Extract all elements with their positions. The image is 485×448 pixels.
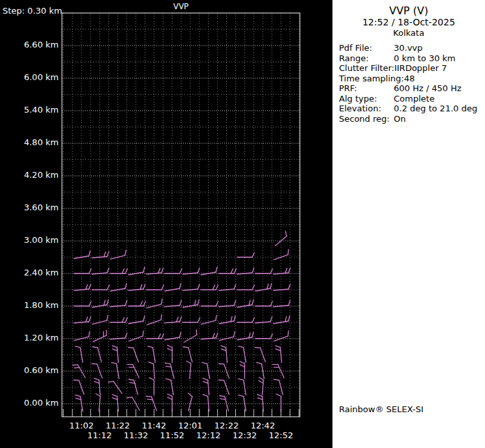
wind-barb xyxy=(168,345,172,362)
panel-site: Kolkata xyxy=(332,28,485,38)
wind-barb xyxy=(274,300,291,307)
y-tick-label: 2.40 km xyxy=(0,268,59,277)
field-row: Second reg:On xyxy=(339,114,484,124)
y-tick-label: 4.20 km xyxy=(0,171,59,180)
wind-barb xyxy=(128,284,145,290)
wind-barb xyxy=(259,378,263,395)
wind-barb xyxy=(92,285,109,290)
y-tick-label: 6.00 km xyxy=(0,73,59,82)
field-row: Clutter Filter:IIRDoppler 7 xyxy=(339,63,484,74)
field-label: Clutter Filter: xyxy=(339,63,394,74)
wind-barb xyxy=(75,395,83,412)
panel-title: VVP (V) xyxy=(332,5,485,17)
wind-barb xyxy=(219,300,236,307)
field-label: Alg type: xyxy=(339,94,394,104)
wind-barb xyxy=(237,285,254,290)
wind-barb xyxy=(149,378,154,395)
field-label: Range: xyxy=(339,53,394,64)
wind-barb xyxy=(128,301,145,306)
y-tick-label: 6.60 km xyxy=(0,40,59,49)
wind-barb xyxy=(201,333,218,339)
x-tick-label: 12:12 xyxy=(194,431,224,440)
wind-barb xyxy=(274,268,291,274)
wind-barb xyxy=(256,301,272,306)
wind-barb xyxy=(74,316,91,323)
wind-barb xyxy=(240,361,244,378)
chart-title: VVP xyxy=(62,2,300,11)
y-tick-label: 0.00 km xyxy=(0,399,59,408)
wind-barb xyxy=(147,268,164,274)
y-tick-label: 3.00 km xyxy=(0,236,59,245)
x-tick-label: 12:22 xyxy=(212,421,242,430)
wind-barb xyxy=(149,362,155,379)
wind-barb xyxy=(276,394,281,411)
wind-barb xyxy=(110,318,127,322)
wind-barb xyxy=(201,301,218,306)
wind-barb xyxy=(256,334,272,339)
wind-barb xyxy=(165,300,182,307)
grid xyxy=(62,13,300,417)
wind-barb xyxy=(74,284,91,290)
wind-barb xyxy=(237,332,254,340)
field-value: On xyxy=(394,114,405,124)
field-row: Time sampling:48 xyxy=(339,74,484,84)
wind-barb xyxy=(257,395,264,412)
x-tick-label: 11:22 xyxy=(103,421,133,430)
wind-barb xyxy=(110,283,126,291)
field-value: 0.2 deg to 21.0 deg xyxy=(394,104,477,114)
wind-barb xyxy=(201,315,217,324)
field-list: Pdf File:30.vvpRange:0 km to 30 kmClutte… xyxy=(339,43,484,124)
y-tick-label: 0.60 km xyxy=(0,366,59,375)
wind-barb xyxy=(183,347,192,363)
brand-footer: Rainbow® SELEX-SI xyxy=(339,404,424,414)
wind-barb xyxy=(128,316,145,324)
wind-barb xyxy=(237,300,254,307)
wind-barb xyxy=(203,378,209,395)
wind-barb xyxy=(183,318,199,322)
wind-barb xyxy=(92,300,108,307)
wind-barb xyxy=(110,269,127,273)
wind-barb xyxy=(237,268,254,274)
wind-barb xyxy=(111,250,126,259)
x-tick-label: 11:42 xyxy=(139,421,169,430)
wind-barb xyxy=(147,285,164,290)
wind-barb xyxy=(74,331,90,341)
field-value: 600 Hz / 450 Hz xyxy=(394,83,462,94)
field-row: Pdf File:30.vvp xyxy=(339,43,484,53)
wind-barb xyxy=(239,379,246,395)
wind-barb xyxy=(272,365,284,378)
wind-barb xyxy=(94,378,100,395)
wind-barb xyxy=(220,396,229,412)
wind-barb xyxy=(165,332,181,340)
wind-barb xyxy=(93,315,108,324)
field-label: Elevation: xyxy=(339,104,394,114)
wind-barb xyxy=(219,269,236,273)
wind-barb-plot xyxy=(0,0,332,448)
field-label: Time sampling: xyxy=(339,74,404,84)
info-panel: VVP (V) 12:52 / 18-Oct-2025 Kolkata Pdf … xyxy=(332,0,485,448)
wind-barb xyxy=(128,347,139,361)
wind-barb xyxy=(165,363,174,379)
x-tick-label: 12:32 xyxy=(229,431,259,440)
wind-barb xyxy=(166,379,173,395)
wind-barb xyxy=(147,299,162,308)
x-tick-label: 12:52 xyxy=(266,431,296,440)
wind-barb xyxy=(188,393,192,411)
field-value: IIRDoppler 7 xyxy=(394,63,447,74)
field-row: Range:0 km to 30 km xyxy=(339,53,484,64)
wind-barb xyxy=(201,285,218,290)
wind-barb xyxy=(274,380,283,395)
wind-barb xyxy=(203,395,209,412)
wind-barb xyxy=(237,318,254,322)
wind-barb xyxy=(72,365,85,378)
wind-barb xyxy=(93,347,102,363)
field-value: 0 km to 30 km xyxy=(394,53,456,64)
field-row: Elevation:0.2 deg to 21.0 deg xyxy=(339,104,484,114)
y-tick-label: 4.80 km xyxy=(0,138,59,147)
x-tick-label: 11:52 xyxy=(157,431,187,440)
y-tick-label: 3.60 km xyxy=(0,203,59,212)
wind-barb xyxy=(165,269,182,273)
x-tick-label: 12:42 xyxy=(248,421,278,430)
x-tick-label: 12:01 xyxy=(175,421,205,430)
field-label: Second reg: xyxy=(339,114,394,124)
